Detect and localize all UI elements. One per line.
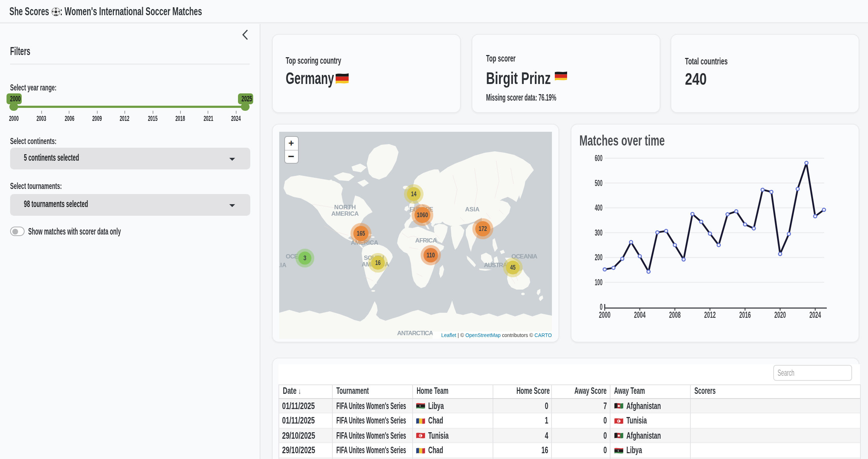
svg-text:LIA: LIA	[279, 261, 286, 268]
svg-text:1060: 1060	[417, 211, 428, 218]
svg-text:Leaflet | © OpenStreetMap cont: Leaflet | © OpenStreetMap contributors ©…	[441, 332, 552, 338]
svg-text:ANTARCTICA: ANTARCTICA	[397, 329, 433, 336]
svg-text:3: 3	[303, 254, 306, 261]
svg-text:16: 16	[375, 259, 381, 266]
svg-text:500: 500	[595, 178, 603, 188]
svg-text:200: 200	[595, 252, 603, 262]
svg-text:400: 400	[595, 202, 603, 212]
svg-text:14: 14	[411, 190, 417, 197]
svg-text:100: 100	[595, 277, 603, 287]
svg-text:165: 165	[357, 230, 365, 237]
svg-text:2008: 2008	[669, 309, 681, 319]
svg-text:2020: 2020	[774, 309, 786, 319]
svg-text:600: 600	[595, 153, 603, 163]
svg-text:300: 300	[595, 227, 603, 237]
svg-text:AFRICA: AFRICA	[415, 237, 437, 244]
svg-text:NORTH: NORTH	[334, 203, 356, 210]
svg-text:2000: 2000	[599, 309, 610, 319]
svg-text:172: 172	[479, 225, 487, 232]
svg-text:110: 110	[427, 251, 435, 258]
svg-text:AMERICA: AMERICA	[331, 210, 359, 217]
svg-text:2024: 2024	[809, 309, 821, 319]
svg-text:45: 45	[510, 264, 516, 271]
svg-text:2012: 2012	[704, 309, 716, 319]
svg-text:2004: 2004	[634, 309, 646, 319]
svg-text:ASIA: ASIA	[465, 206, 480, 212]
svg-text:2016: 2016	[739, 309, 751, 319]
